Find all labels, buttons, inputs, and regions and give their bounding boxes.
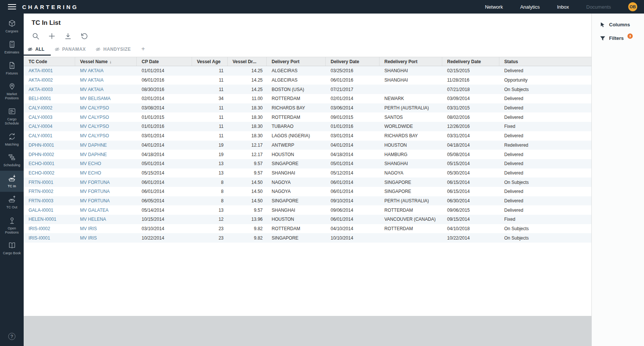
add-view-tab-button[interactable]: + [137,44,150,56]
sidebar-item-scheduling[interactable]: Scheduling [0,150,24,171]
cell-vessel-name-link[interactable]: MV ECHO [75,168,137,178]
table-row[interactable]: AKTA-I0001 MV AKTAIA 01/01/2014 11 14.25… [24,66,591,76]
cell-tc-code-link[interactable]: IRIS-I0001 [24,233,75,243]
cell-tc-code-link[interactable]: DPHN-I0002 [24,150,75,159]
col-header-delivery-date[interactable]: Delivery Date [326,57,379,66]
sidebar-item-tc-in[interactable]: TC In [0,171,24,192]
nav-analytics[interactable]: Analytics [520,4,540,10]
cell-tc-code-link[interactable]: CALY-I0003 [24,112,75,122]
cell-tc-code-link[interactable]: BELI-I0001 [24,94,75,103]
reset-icon[interactable] [80,32,88,40]
table-row[interactable]: CALY-I0004 MV CALYPSO 01/01/2016 11 18.3… [24,122,591,131]
cell-tc-code-link[interactable]: FRTN-I0001 [24,178,75,187]
cell-tc-code-link[interactable]: DPHN-I0001 [24,141,75,150]
user-avatar[interactable]: OB [628,2,637,11]
cell-tc-code-link[interactable]: GALA-I0001 [24,205,75,215]
cell-vessel-name-link[interactable]: MV CALYPSO [75,112,137,122]
col-header-status[interactable]: Status [499,57,591,66]
sidebar-item-open-positions[interactable]: Open Positions [0,213,24,238]
table-row[interactable]: IRIS-I0001 MV IRIS 10/22/2014 23 9.82 SI… [24,233,591,243]
cell-vessel-name-link[interactable]: MV BELISAMA [75,94,137,103]
add-icon[interactable] [48,32,56,40]
cell-vessel-name-link[interactable]: MV CALYPSO [75,131,137,141]
nav-inbox[interactable]: Inbox [557,4,569,10]
cell-vessel-name-link[interactable]: MV CALYPSO [75,122,137,131]
sidebar-item-fixtures[interactable]: Fixtures [0,58,24,79]
cell-tc-code-link[interactable]: IRIS-I0002 [24,224,75,234]
tab-panamax[interactable]: PANAMAX [51,45,92,56]
cell-vessel-name-link[interactable]: MV AKTAIA [75,85,137,94]
cell-vessel-name-link[interactable]: MV FORTUNA [75,187,137,196]
table-row[interactable]: FRTN-I0003 MV FORTUNA 06/05/2014 8 14.50… [24,196,591,206]
table-row[interactable]: AKTA-I0002 MV AKTAIA 06/01/2016 11 14.25… [24,76,591,85]
table-row[interactable]: CALY-I0003 MV CALYPSO 01/01/2015 11 18.3… [24,112,591,122]
table-row[interactable]: ECHO-I0002 MV ECHO 05/15/2014 13 9.57 SH… [24,168,591,178]
col-header-tc-code[interactable]: TC Code [24,57,75,66]
sidebar-item-market-positions[interactable]: Market Positions [0,79,24,104]
cell-tc-code-link[interactable]: HELEN-I0001 [24,215,75,224]
cell-tc-code-link[interactable]: CALY-I0001 [24,131,75,141]
table-row[interactable]: AKTA-I0003 MV AKTAIA 08/30/2016 11 14.25… [24,85,591,94]
table-row[interactable]: IRIS-I0002 MV IRIS 03/10/2014 23 9.82 RO… [24,224,591,234]
col-header-vessel-age[interactable]: Vessel Age [192,57,228,66]
col-header-delivery-port[interactable]: Delivery Port [267,57,326,66]
cell-vessel-age: 34 [192,94,228,103]
cell-tc-code-link[interactable]: ECHO-I0001 [24,159,75,168]
col-header-cp-date[interactable]: CP Date [137,57,192,66]
table-row[interactable]: FRTN-I0002 MV FORTUNA 06/01/2014 8 14.50… [24,187,591,196]
table-row[interactable]: ECHO-I0001 MV ECHO 05/01/2014 13 9.57 SI… [24,159,591,168]
cell-vessel-name-link[interactable]: MV GALATEA [75,205,137,215]
sidebar-item-cargo-schedule[interactable]: Cargo Schedule [0,104,24,129]
table-row[interactable]: GALA-I0001 MV GALATEA 05/14/2014 13 9.57… [24,205,591,215]
col-header-vessel-draft[interactable]: Vessel Dr... [228,57,267,66]
table-row[interactable]: DPHN-I0002 MV DAPHNE 04/18/2014 19 12.17… [24,150,591,159]
cell-tc-code-link[interactable]: CALY-I0004 [24,122,75,131]
sidebar-item-cargo-book[interactable]: Cargo Book [0,238,24,259]
cell-vessel-name-link[interactable]: MV DAPHNE [75,141,137,150]
table-row[interactable]: DPHN-I0001 MV DAPHNE 04/01/2014 19 12.17… [24,141,591,150]
table-row[interactable]: CALY-I0001 MV CALYPSO 03/01/2014 11 18.3… [24,131,591,141]
search-icon[interactable] [32,32,39,40]
cell-tc-code-link[interactable]: AKTA-I0001 [24,66,75,76]
cell-vessel-name-link[interactable]: MV CALYPSO [75,103,137,113]
sidebar-item-estimates[interactable]: Estimates [0,37,24,58]
nav-network[interactable]: Network [485,4,503,10]
cell-tc-code-link[interactable]: AKTA-I0003 [24,85,75,94]
cell-vessel-name-link[interactable]: MV ECHO [75,159,137,168]
columns-button[interactable]: Columns [592,18,644,32]
filters-button[interactable]: Filters 3 [592,32,644,45]
export-icon[interactable] [64,32,72,40]
sidebar-item-tc-out[interactable]: TC Out [0,192,24,213]
cell-redelivery-date: 09/06/2015 [442,205,499,215]
help-icon[interactable]: ? [8,333,15,340]
cell-vessel-name-link[interactable]: MV DAPHNE [75,150,137,159]
cell-tc-code-link[interactable]: FRTN-I0003 [24,196,75,206]
table-row[interactable]: FRTN-I0001 MV FORTUNA 06/01/2014 8 14.50… [24,178,591,187]
table-row[interactable]: HELEN-I0001 MV HELENA 10/15/2014 12 13.9… [24,215,591,224]
cell-vessel-draft: 9.82 [228,224,267,234]
sidebar-item-matching[interactable]: Matching [0,129,24,150]
tab-all[interactable]: ALL [24,45,51,56]
cell-vessel-name-link[interactable]: MV HELENA [75,215,137,224]
cell-vessel-name-link[interactable]: MV AKTAIA [75,66,137,76]
cell-vessel-draft: 9.57 [228,168,267,178]
col-header-redelivery-port[interactable]: Redelivery Port [379,57,442,66]
cell-tc-code-link[interactable]: AKTA-I0002 [24,76,75,85]
cell-vessel-draft: 9.82 [228,233,267,243]
cell-vessel-name-link[interactable]: MV AKTAIA [75,76,137,85]
cell-vessel-name-link[interactable]: MV IRIS [75,233,137,243]
menu-icon[interactable] [8,4,16,9]
table-row[interactable]: CALY-I0002 MV CALYPSO 03/08/2014 11 18.3… [24,103,591,113]
tab-handysize[interactable]: HANDYSIZE [92,45,137,56]
cell-tc-code-link[interactable]: ECHO-I0002 [24,168,75,178]
cell-vessel-name-link[interactable]: MV FORTUNA [75,196,137,206]
cell-vessel-name-link[interactable]: MV FORTUNA [75,178,137,187]
table-row[interactable]: BELI-I0001 MV BELISAMA 02/01/2014 34 11.… [24,94,591,103]
cell-vessel-name-link[interactable]: MV IRIS [75,224,137,234]
cell-tc-code-link[interactable]: FRTN-I0002 [24,187,75,196]
cell-status: Delivered [499,150,591,159]
col-header-vessel-name[interactable]: Vessel Name ↓ [75,57,137,66]
col-header-redelivery-date[interactable]: Redelivery Date [442,57,499,66]
cell-tc-code-link[interactable]: CALY-I0002 [24,103,75,113]
sidebar-item-cargoes[interactable]: Cargoes [0,16,24,37]
